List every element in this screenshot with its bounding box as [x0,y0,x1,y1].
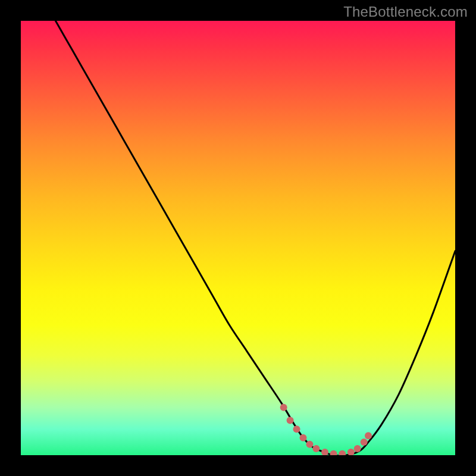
sample-dot [330,450,337,455]
chart-container: TheBottleneck.com [0,0,476,476]
data-points [21,21,455,455]
sample-dot [293,425,300,433]
sample-dot [280,404,287,411]
sample-dot [361,439,368,446]
sample-dot [354,445,361,452]
sample-dot [365,432,372,439]
sample-dot [321,449,328,455]
sample-dot [312,445,320,452]
sample-dot [347,449,355,455]
watermark-text: TheBottleneck.com [343,4,468,20]
sample-dot [287,417,294,424]
plot-area [21,21,455,455]
sample-dot [339,450,346,455]
sample-dot [306,441,313,448]
sample-dot [300,434,307,441]
